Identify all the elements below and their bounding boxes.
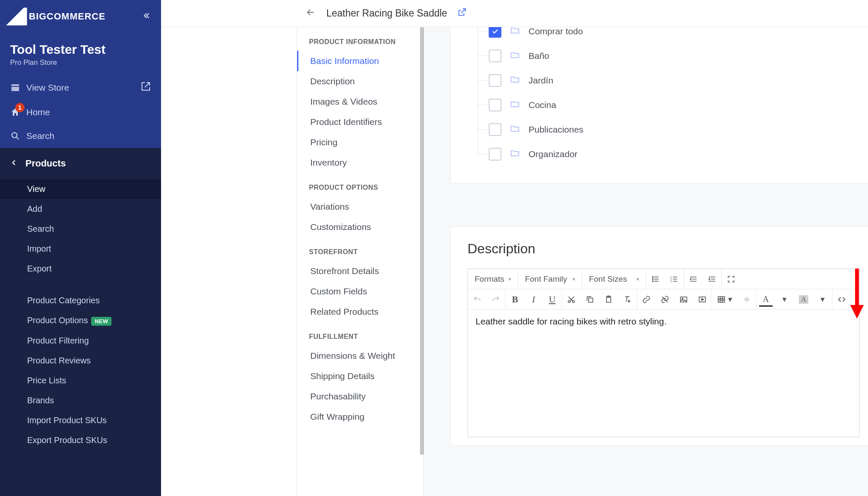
sidebar-sub-item[interactable]: Product Filtering bbox=[0, 331, 161, 351]
category-checkbox[interactable] bbox=[489, 27, 501, 38]
text-color-icon[interactable]: A bbox=[757, 289, 775, 309]
paste-icon[interactable] bbox=[599, 289, 618, 309]
svg-point-3 bbox=[652, 280, 653, 281]
product-nav-item[interactable]: Basic Information bbox=[297, 51, 423, 71]
product-nav-item[interactable]: Product Identifiers bbox=[297, 112, 423, 132]
source-code-icon[interactable] bbox=[832, 289, 851, 309]
italic-icon[interactable]: I bbox=[524, 289, 543, 309]
product-nav-item[interactable]: Inventory bbox=[297, 152, 423, 173]
category-label: Comprar todo bbox=[529, 27, 583, 36]
product-nav-item[interactable]: Custom Fields bbox=[297, 281, 423, 302]
background-color-icon[interactable]: A bbox=[794, 289, 813, 309]
sidebar-sub-item[interactable]: Add bbox=[0, 199, 161, 219]
sidebar-sub-item[interactable]: Brands bbox=[0, 391, 161, 410]
product-nav-item[interactable]: Customizations bbox=[297, 217, 423, 237]
category-row: Publicaciones bbox=[489, 117, 855, 142]
sidebar-sub-item[interactable]: Product Reviews bbox=[0, 351, 161, 371]
sidebar-item-view-store[interactable]: View Store bbox=[0, 75, 161, 100]
open-external-icon[interactable] bbox=[457, 8, 467, 19]
store-plan: Pro Plan Store bbox=[10, 58, 151, 67]
copy-icon[interactable] bbox=[581, 289, 599, 309]
product-nav-scrollbar[interactable] bbox=[420, 27, 424, 476]
sidebar-item-label: Home bbox=[26, 107, 50, 117]
category-row: Jardín bbox=[489, 68, 855, 93]
main-content: Comprar todoBañoJardínCocinaPublicacione… bbox=[424, 27, 868, 496]
sidebar-sub-item[interactable]: Import Product SKUs bbox=[0, 410, 161, 430]
store-block: Tool Tester Test Pro Plan Store bbox=[0, 30, 161, 75]
svg-text:3: 3 bbox=[670, 280, 672, 282]
sidebar-sub-item[interactable]: View bbox=[0, 179, 161, 199]
cut-icon[interactable] bbox=[562, 289, 581, 309]
fullscreen-icon[interactable] bbox=[722, 269, 740, 289]
brand-logo[interactable]: BIGCOMMERCE bbox=[6, 8, 106, 25]
indent-icon[interactable] bbox=[703, 269, 721, 289]
insert-table-icon[interactable]: ▾ bbox=[712, 289, 737, 309]
sidebar-item-search[interactable]: Search bbox=[0, 124, 161, 148]
unlink-icon[interactable] bbox=[656, 289, 674, 309]
category-row: Cocina bbox=[489, 93, 855, 117]
formats-dropdown[interactable]: Formats▾ bbox=[468, 269, 518, 289]
horizontal-rule-icon[interactable] bbox=[737, 289, 756, 309]
category-row: Baño bbox=[489, 44, 855, 68]
left-sidebar: BIGCOMMERCE Tool Tester Test Pro Plan St… bbox=[0, 0, 161, 496]
folder-icon bbox=[510, 124, 520, 136]
background-color-caret[interactable]: ▾ bbox=[813, 289, 832, 309]
clear-formatting-icon[interactable] bbox=[618, 289, 637, 309]
link-icon[interactable] bbox=[637, 289, 656, 309]
sidebar-sub-item[interactable]: Product OptionsNEW bbox=[0, 310, 161, 331]
bullet-list-icon[interactable] bbox=[646, 269, 665, 289]
sidebar-back-products[interactable]: Products bbox=[0, 148, 161, 179]
category-checkbox[interactable] bbox=[489, 123, 501, 136]
undo-icon[interactable] bbox=[468, 289, 487, 309]
category-row: Comprar todo bbox=[489, 27, 855, 44]
back-arrow-icon[interactable] bbox=[305, 7, 316, 20]
insert-image-icon[interactable] bbox=[674, 289, 693, 309]
font-sizes-dropdown[interactable]: Font Sizes▾ bbox=[582, 269, 646, 289]
product-nav-item[interactable]: Purchasability bbox=[297, 386, 423, 407]
category-row: Organizador bbox=[489, 142, 855, 166]
product-nav-item[interactable]: Description bbox=[297, 71, 423, 91]
folder-icon bbox=[510, 99, 520, 111]
product-nav-item[interactable]: Shipping Details bbox=[297, 366, 423, 386]
bold-icon[interactable]: B bbox=[506, 289, 524, 309]
description-card: Description Formats▾ Font Family▾ Font S… bbox=[450, 226, 868, 446]
underline-icon[interactable]: U bbox=[543, 289, 562, 309]
product-nav: PRODUCT INFORMATIONBasic InformationDesc… bbox=[297, 27, 424, 496]
product-nav-item[interactable]: Dimensions & Weight bbox=[297, 346, 423, 366]
sidebar-sub-item[interactable]: Import bbox=[0, 239, 161, 259]
sidebar-sub-item[interactable]: Price Lists bbox=[0, 371, 161, 391]
sidebar-sub-item[interactable]: Product Categories bbox=[0, 291, 161, 310]
category-label: Publicaciones bbox=[529, 125, 584, 135]
sidebar-sub-item[interactable]: Search bbox=[0, 219, 161, 239]
product-nav-item[interactable]: Gift Wrapping bbox=[297, 407, 423, 427]
folder-icon bbox=[510, 27, 520, 38]
chevron-left-icon bbox=[10, 158, 18, 169]
category-checkbox[interactable] bbox=[489, 148, 501, 161]
product-nav-item[interactable]: Storefront Details bbox=[297, 261, 423, 281]
category-checkbox[interactable] bbox=[489, 99, 501, 111]
font-family-dropdown[interactable]: Font Family▾ bbox=[518, 269, 582, 289]
insert-video-icon[interactable] bbox=[693, 289, 712, 309]
sidebar-sub-item[interactable]: Export bbox=[0, 259, 161, 279]
collapse-sidebar-icon[interactable] bbox=[142, 11, 151, 22]
category-label: Jardín bbox=[529, 75, 553, 86]
toolbar-row-2: B I U bbox=[468, 289, 859, 310]
category-checkbox[interactable] bbox=[489, 50, 501, 62]
category-checkbox[interactable] bbox=[489, 74, 501, 87]
product-nav-item[interactable]: Related Products bbox=[297, 302, 423, 322]
badge-new: NEW bbox=[91, 317, 111, 326]
category-label: Baño bbox=[529, 51, 549, 61]
svg-point-1 bbox=[652, 276, 653, 277]
numbered-list-icon[interactable]: 123 bbox=[665, 269, 684, 289]
redo-icon[interactable] bbox=[487, 289, 505, 309]
text-color-caret[interactable]: ▾ bbox=[775, 289, 794, 309]
product-nav-item[interactable]: Variations bbox=[297, 197, 423, 217]
category-label: Cocina bbox=[529, 100, 556, 110]
product-nav-group-title: STOREFRONT bbox=[297, 246, 423, 261]
product-nav-item[interactable]: Pricing bbox=[297, 132, 423, 152]
outdent-icon[interactable] bbox=[684, 269, 703, 289]
sidebar-item-home[interactable]: Home 1 bbox=[0, 100, 161, 124]
sidebar-sub-item[interactable]: Export Product SKUs bbox=[0, 430, 161, 450]
description-textarea[interactable]: Leather saddle for racing bikes with ret… bbox=[468, 310, 859, 437]
product-nav-item[interactable]: Images & Videos bbox=[297, 91, 423, 112]
